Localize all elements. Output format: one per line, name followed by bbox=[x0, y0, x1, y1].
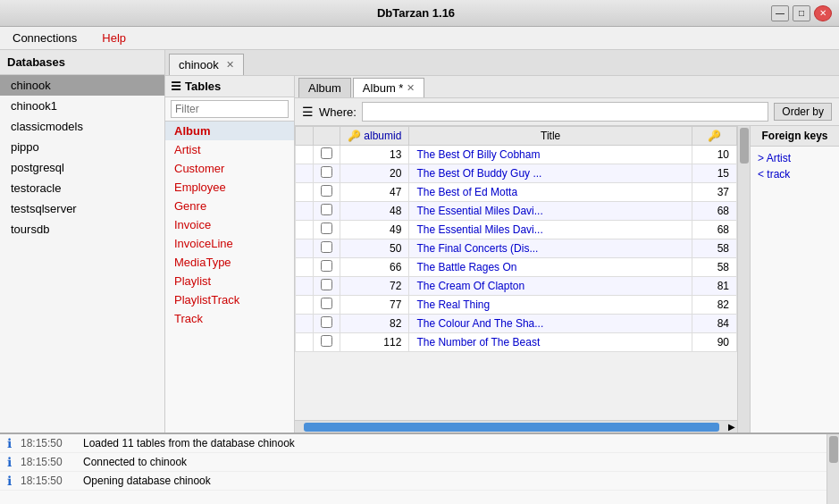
sidebar-item-testoracle[interactable]: testoracle bbox=[0, 178, 164, 198]
row-check bbox=[296, 183, 314, 202]
row-title-link[interactable]: The Number of The Beast bbox=[416, 336, 540, 349]
sidebar-item-classicmodels[interactable]: classicmodels bbox=[0, 116, 164, 137]
sidebar-item-toursdb[interactable]: toursdb bbox=[0, 219, 164, 239]
inner-tab-bar: AlbumAlbum *✕ bbox=[295, 76, 839, 98]
tables-list: AlbumArtistCustomerEmployeeGenreInvoiceI… bbox=[165, 122, 294, 433]
row-checkbox[interactable] bbox=[321, 241, 332, 253]
row-checkbox[interactable] bbox=[321, 223, 332, 234]
inner-tab-Albumstar[interactable]: Album *✕ bbox=[353, 78, 425, 97]
where-label: Where: bbox=[319, 105, 357, 119]
hscroll-thumb bbox=[304, 423, 719, 432]
row-title-link[interactable]: The Essential Miles Davi... bbox=[416, 205, 542, 217]
table-row: 49The Essential Miles Davi...68 bbox=[296, 221, 737, 239]
menu-help[interactable]: Help bbox=[96, 29, 131, 46]
table-item-Invoice[interactable]: Invoice bbox=[165, 215, 294, 234]
fk-item[interactable]: > Artist bbox=[754, 150, 835, 166]
log-entry: ℹ18:15:50Connected to chinook bbox=[0, 453, 826, 472]
sidebar-item-chinook1[interactable]: chinook1 bbox=[0, 96, 164, 116]
log-message: Opening database chinook bbox=[83, 475, 819, 487]
sidebar-item-pippo[interactable]: pippo bbox=[0, 137, 164, 157]
row-title-link[interactable]: The Cream Of Clapton bbox=[416, 280, 524, 292]
table-item-Artist[interactable]: Artist bbox=[165, 140, 294, 159]
row-id: 20 bbox=[340, 164, 409, 183]
content-area: chinook ✕ ☰ Tables AlbumArtistCustomerEm… bbox=[165, 50, 839, 433]
row-checkbox[interactable] bbox=[321, 316, 332, 328]
outer-tab-chinook[interactable]: chinook ✕ bbox=[169, 54, 244, 75]
where-input[interactable] bbox=[362, 102, 768, 122]
outer-tab-close[interactable]: ✕ bbox=[226, 59, 234, 71]
col-fk-header: 🔑 bbox=[692, 127, 737, 146]
table-row: 50The Final Concerts (Dis...58 bbox=[296, 239, 737, 258]
sidebar-item-postgresql[interactable]: postgresql bbox=[0, 157, 164, 178]
row-id: 82 bbox=[340, 315, 409, 333]
sidebar-item-testsqlserver[interactable]: testsqlserver bbox=[0, 198, 164, 219]
tables-header: ☰ Tables bbox=[165, 76, 294, 97]
row-title: The Real Thing bbox=[409, 296, 692, 315]
row-checkbox[interactable] bbox=[321, 279, 332, 290]
table-item-PlaylistTrack[interactable]: PlaylistTrack bbox=[165, 290, 294, 309]
row-title-link[interactable]: The Colour And The Sha... bbox=[416, 317, 543, 330]
row-checkbox[interactable] bbox=[321, 204, 332, 215]
minimize-button[interactable]: — bbox=[771, 5, 789, 21]
maximize-button[interactable]: □ bbox=[793, 5, 810, 21]
row-title-link[interactable]: The Best Of Billy Cobham bbox=[416, 148, 540, 161]
row-title-link[interactable]: The Real Thing bbox=[416, 298, 490, 311]
menu-connections[interactable]: Connections bbox=[7, 29, 82, 46]
table-item-Playlist[interactable]: Playlist bbox=[165, 272, 294, 290]
query-menu-icon[interactable]: ☰ bbox=[302, 105, 314, 119]
row-title: The Best Of Billy Cobham bbox=[409, 146, 692, 164]
horizontal-scrollbar[interactable]: ▶ bbox=[295, 420, 737, 433]
row-checkbox[interactable] bbox=[321, 185, 332, 197]
table-item-Track[interactable]: Track bbox=[165, 309, 294, 328]
row-checkbox[interactable] bbox=[321, 335, 332, 347]
log-entry: ℹ18:15:50Loaded 11 tables from the datab… bbox=[0, 434, 826, 453]
tables-filter-input[interactable] bbox=[171, 100, 289, 118]
row-num: 58 bbox=[692, 258, 737, 277]
tables-menu-icon[interactable]: ☰ bbox=[171, 80, 181, 93]
table-item-MediaType[interactable]: MediaType bbox=[165, 253, 294, 272]
row-title-link[interactable]: The Battle Rages On bbox=[416, 261, 516, 273]
row-num: 37 bbox=[692, 183, 737, 202]
inner-tab-close[interactable]: ✕ bbox=[407, 82, 415, 94]
col-albumid-header[interactable]: 🔑 albumid bbox=[340, 127, 409, 146]
row-title: The Number of The Beast bbox=[409, 333, 692, 352]
row-title-link[interactable]: The Best Of Buddy Guy ... bbox=[416, 167, 541, 180]
row-check bbox=[296, 202, 314, 221]
row-id: 13 bbox=[340, 146, 409, 164]
app-title: DbTarzan 1.16 bbox=[61, 6, 771, 20]
vertical-scrollbar[interactable] bbox=[737, 126, 750, 433]
data-grid-wrapper[interactable]: 🔑 albumid Title 🔑 13The Best Of Billy Co… bbox=[295, 126, 737, 420]
row-checkbox[interactable] bbox=[321, 260, 332, 272]
row-title-link[interactable]: The Best of Ed Motta bbox=[416, 186, 517, 198]
sidebar-item-chinook[interactable]: chinook bbox=[0, 75, 164, 96]
log-scrollbar[interactable] bbox=[826, 434, 839, 504]
row-check bbox=[296, 239, 314, 258]
table-item-Employee[interactable]: Employee bbox=[165, 178, 294, 197]
row-title-link[interactable]: The Essential Miles Davi... bbox=[416, 223, 542, 236]
table-item-InvoiceLine[interactable]: InvoiceLine bbox=[165, 234, 294, 253]
row-title-link[interactable]: The Final Concerts (Dis... bbox=[416, 242, 538, 255]
inner-tab-label: Album * bbox=[363, 81, 404, 95]
tables-label: Tables bbox=[185, 80, 221, 93]
fk-item[interactable]: < track bbox=[754, 166, 835, 182]
table-row: 72The Cream Of Clapton81 bbox=[296, 277, 737, 296]
col-title-header[interactable]: Title bbox=[409, 127, 692, 146]
row-checkbox[interactable] bbox=[321, 298, 332, 309]
tables-panel: ☰ Tables AlbumArtistCustomerEmployeeGenr… bbox=[165, 76, 295, 433]
col-check2 bbox=[314, 127, 340, 146]
table-item-Genre[interactable]: Genre bbox=[165, 197, 294, 215]
table-item-Customer[interactable]: Customer bbox=[165, 159, 294, 178]
row-checkbox[interactable] bbox=[321, 166, 332, 178]
fk-header: Foreign keys bbox=[751, 126, 839, 147]
log-time: 18:15:50 bbox=[21, 437, 74, 449]
sidebar: Databases chinookchinook1classicmodelspi… bbox=[0, 50, 165, 433]
sidebar-header: Databases bbox=[0, 50, 164, 75]
close-button[interactable]: ✕ bbox=[814, 5, 832, 21]
table-item-Album[interactable]: Album bbox=[165, 122, 294, 140]
hscroll-right-arrow[interactable]: ▶ bbox=[728, 422, 735, 432]
inner-tab-Album[interactable]: Album bbox=[298, 78, 351, 97]
order-by-button[interactable]: Order by bbox=[774, 103, 832, 121]
row-id: 112 bbox=[340, 333, 409, 352]
fk-list: > Artist< track bbox=[751, 147, 839, 186]
row-checkbox[interactable] bbox=[321, 147, 332, 159]
